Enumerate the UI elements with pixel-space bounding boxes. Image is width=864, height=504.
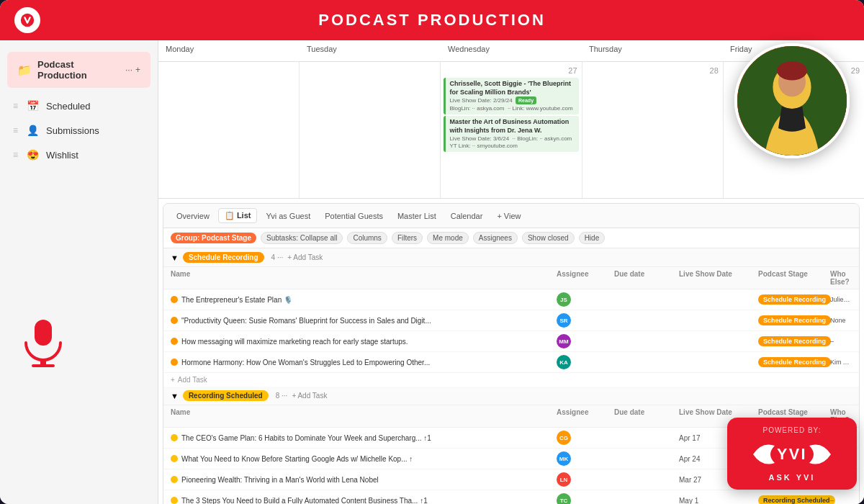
event-meta: Live Show Date: 3/6/24 ·· BlogLin: ·· as… [449,135,575,143]
day-tuesday: Tuesday [300,40,441,61]
tab-add-view[interactable]: + View [491,210,526,222]
assignee-cell: MM [557,334,614,348]
tab-master-list[interactable]: Master List [392,210,442,222]
table-header-1: Name Assignee Due date Live Show Date Po… [163,267,859,289]
tab-calendar[interactable]: Calendar [445,210,489,222]
stage-cell: Schedule Recording [758,315,830,325]
table-row[interactable]: The Entrepreneur's Estate Plan 🎙️ JS Sch… [163,289,859,310]
filter-assignees[interactable]: Assignees [473,232,518,244]
table-row[interactable]: "Productivity Queen: Susie Romans' Bluep… [163,310,859,331]
tab-potential-guests[interactable]: Potential Guests [319,210,389,222]
filter-group-podcast-stage[interactable]: Group: Podcast Stage [171,233,256,243]
tab-list[interactable]: 📋 List [218,208,258,223]
status-dot [171,497,178,504]
svg-rect-1 [35,320,52,346]
task-name: The 3 Steps You Need to Build a Fully Au… [181,497,428,505]
drag-handle-icon: ≡ [13,101,18,111]
sidebar-item-scheduled[interactable]: ≡ 📅 Scheduled [0,94,158,118]
filter-columns[interactable]: Columns [347,232,387,244]
task-name-cell: The Entrepreneur's Estate Plan 🎙️ [171,296,557,304]
stage-badge: Recording Scheduled [758,495,835,504]
who-else: – [830,497,852,504]
filter-show-closed[interactable]: Show closed [522,232,575,244]
status-dot [171,359,178,366]
avatar: TC [557,493,571,504]
tab-yvi-guest[interactable]: Yvi as Guest [260,210,316,222]
sidebar: 📁 Podcast Production ··· + ≡ 📅 Scheduled… [0,40,158,504]
person-photo [734,43,850,158]
stage-badge: Schedule Recording [758,357,831,367]
tab-overview[interactable]: Overview [171,210,215,222]
event-link: YT Link: ·· smyoutube.com [449,143,575,150]
calendar-event[interactable]: Chrisselle, Scott Biggie - 'The Blueprin… [444,78,578,114]
group-header-schedule-recording[interactable]: ▼ Schedule Recording 4 ··· + Add Task [163,248,859,267]
status-dot [171,317,178,324]
sidebar-item-label: Scheduled [46,101,90,112]
mic-decoration [14,314,72,374]
task-name: Pioneering Wealth: Thriving in a Man's W… [181,476,379,484]
ywi-logo: YVI [749,437,835,472]
status-dot [171,296,178,303]
add-task-icon[interactable]: + Add Task [292,392,327,400]
add-icon[interactable]: + [135,65,140,75]
add-task-icon[interactable]: + Add Task [287,253,323,261]
cal-date [161,65,296,68]
day-wednesday: Wednesday [441,40,582,61]
filter-filters[interactable]: Filters [392,232,423,244]
group-header-recording-scheduled[interactable]: ▼ Recording Scheduled 8 ··· + Add Task [163,387,859,405]
group-badge-recording-scheduled: Recording Scheduled [183,390,269,401]
task-name-cell: Pioneering Wealth: Thriving in a Man's W… [171,476,557,484]
drag-handle-icon: ≡ [13,150,18,160]
col-assignee: Assignee [557,270,614,286]
svg-text:YVI: YVI [777,445,807,463]
folder-icon: 📁 [17,63,32,77]
table-row[interactable]: Hormone Harmony: How One Woman's Struggl… [163,352,859,373]
svg-rect-3 [32,364,55,367]
group-count: 4 ··· [271,253,284,261]
table-row[interactable]: The 3 Steps You Need to Build a Fully Au… [163,490,859,504]
task-name: "Productivity Queen: Susie Romans' Bluep… [181,317,431,325]
calendar-event[interactable]: Master the Art of Business Automation wi… [444,116,578,152]
who-else: Julie Smith, Life Coach, jksmit... [830,296,852,303]
cal-wednesday: 27 Chrisselle, Scott Biggie - 'The Bluep… [441,62,582,199]
app-header: PODCAST PRODUCTION [0,0,864,40]
filter-hide[interactable]: Hide [579,232,606,244]
day-monday: Monday [158,40,300,61]
svg-point-0 [21,14,34,27]
filter-subtasks[interactable]: Subtasks: Collapse all [261,232,343,244]
avatar: SR [557,313,571,328]
sidebar-item-wishlist[interactable]: ≡ 😍 Wishlist [0,143,158,167]
filter-me-mode[interactable]: Me mode [427,232,469,244]
avatar: CG [557,431,571,445]
task-name: How messaging will maximize marketing re… [181,338,408,346]
assignee-cell: LN [557,472,614,487]
task-name-cell: How messaging will maximize marketing re… [171,338,557,346]
cal-date [302,65,437,68]
sidebar-item-label: Submissions [46,125,99,136]
task-name: The CEO's Game Plan: 6 Habits to Dominat… [181,434,431,442]
sidebar-item-submissions[interactable]: ≡ 👤 Submissions [0,118,158,143]
task-nav: Overview 📋 List Yvi as Guest Potential G… [163,204,859,228]
add-task-label: Add Task [178,376,207,384]
drag-handle-icon: ≡ [13,125,18,135]
app-logo [14,7,40,33]
add-task-row[interactable]: + Add Task [163,373,859,387]
who-else: Kim Angeli-kim@kimangeli.com [830,359,852,366]
assignee-cell: SR [557,313,614,328]
page-title: PODCAST PRODUCTION [318,11,546,30]
sidebar-project[interactable]: 📁 Podcast Production ··· + [7,52,150,88]
col-podcast-stage: Podcast Stage [758,270,830,286]
status-dot [171,434,178,441]
task-name: The Entrepreneur's Estate Plan 🎙️ [181,296,292,304]
task-name-cell: What You Need to Know Before Starting Go… [171,455,557,463]
day-thursday: Thursday [582,40,723,61]
event-badge: Ready [516,96,536,104]
avatar: JS [557,292,571,307]
plus-icon: + [171,376,175,384]
table-row[interactable]: How messaging will maximize marketing re… [163,331,859,352]
avatar: KA [557,355,571,369]
cal-monday [158,62,300,199]
avatar: MK [557,451,571,466]
col-due-date: Due date [614,270,679,286]
more-icon[interactable]: ··· [125,65,132,75]
